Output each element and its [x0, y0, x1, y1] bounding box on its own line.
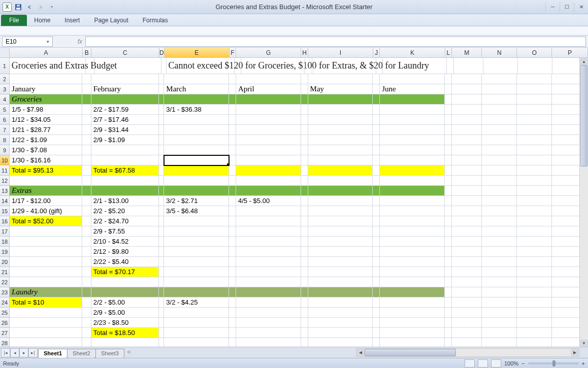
cell-A18[interactable] — [10, 237, 82, 247]
cell-M7[interactable] — [452, 125, 482, 135]
cell-G25[interactable] — [236, 308, 301, 318]
zoom-slider[interactable] — [528, 362, 579, 364]
cell-H3[interactable] — [301, 84, 308, 94]
qat-customize-icon[interactable]: ▾ — [47, 2, 57, 12]
cell-K23[interactable] — [380, 287, 445, 297]
cell-O14[interactable] — [517, 196, 552, 206]
cell-I27[interactable] — [308, 328, 373, 338]
cell-C26[interactable]: 2/23 - $8.50 — [91, 318, 159, 328]
cell-M2[interactable] — [452, 74, 482, 84]
cell-A8[interactable]: 1/22 - $1.09 — [10, 135, 82, 145]
cell-G6[interactable] — [236, 115, 301, 125]
cell-E15[interactable]: 3/5 - $6.48 — [164, 206, 229, 216]
row-header-17[interactable]: 17 — [0, 226, 10, 237]
cell-A27[interactable] — [10, 328, 82, 338]
cell-O25[interactable] — [517, 308, 552, 318]
cell-B28[interactable] — [82, 338, 91, 347]
cell-C3[interactable]: February — [91, 84, 159, 94]
cell-G19[interactable] — [236, 247, 301, 257]
cell-J13[interactable] — [373, 186, 380, 196]
row-header-3[interactable]: 3 — [0, 84, 10, 94]
cell-M1[interactable] — [454, 58, 484, 74]
tab-home[interactable]: Home — [27, 15, 57, 26]
cell-J24[interactable] — [373, 297, 380, 308]
cell-O4[interactable] — [517, 94, 552, 105]
cell-D16[interactable] — [159, 216, 164, 226]
cell-E16[interactable] — [164, 216, 229, 226]
cell-D14[interactable] — [159, 196, 164, 206]
horizontal-scrollbar[interactable]: ◀ ▶ — [356, 348, 579, 357]
view-pagebreak-icon[interactable] — [491, 359, 501, 367]
col-header-H[interactable]: H — [301, 48, 308, 57]
cell-N20[interactable] — [482, 257, 517, 267]
cell-G16[interactable] — [236, 216, 301, 226]
tab-page-layout[interactable]: Page Layout — [87, 15, 135, 26]
cell-B22[interactable] — [82, 277, 91, 287]
cell-B8[interactable] — [82, 135, 91, 145]
cell-L1[interactable] — [447, 58, 454, 74]
cell-D21[interactable] — [159, 267, 164, 277]
cell-K12[interactable] — [380, 176, 445, 186]
maximize-button[interactable]: ☐ — [560, 3, 574, 12]
cell-B13[interactable] — [82, 186, 91, 196]
row-header-15[interactable]: 15 — [0, 206, 10, 216]
cell-I1[interactable] — [312, 58, 376, 74]
cell-N18[interactable] — [482, 237, 517, 247]
cell-D17[interactable] — [159, 226, 164, 237]
sheet-tab-sheet3[interactable]: Sheet3 — [95, 349, 124, 358]
cell-B25[interactable] — [82, 308, 91, 318]
cell-I11[interactable] — [308, 165, 373, 176]
cell-J2[interactable] — [373, 74, 380, 84]
cell-H6[interactable] — [301, 115, 308, 125]
cell-D9[interactable] — [159, 145, 164, 155]
cell-F10[interactable] — [229, 155, 236, 165]
cell-F13[interactable] — [229, 186, 236, 196]
cell-G1[interactable] — [241, 58, 305, 74]
cell-G21[interactable] — [236, 267, 301, 277]
cell-H15[interactable] — [301, 206, 308, 216]
cell-N10[interactable] — [482, 155, 517, 165]
cell-I13[interactable] — [308, 186, 373, 196]
cell-N1[interactable] — [483, 58, 518, 74]
col-header-K[interactable]: K — [380, 48, 445, 57]
sheet-nav-prev-icon[interactable]: ◂ — [10, 348, 19, 357]
cell-B12[interactable] — [82, 176, 91, 186]
cell-M27[interactable] — [452, 328, 482, 338]
cell-O6[interactable] — [517, 115, 552, 125]
cell-G9[interactable] — [236, 145, 301, 155]
cell-C15[interactable]: 2/2 - $5.20 — [91, 206, 159, 216]
cell-E22[interactable] — [164, 277, 229, 287]
cell-F24[interactable] — [229, 297, 236, 308]
cell-A7[interactable]: 1/21 - $28.77 — [10, 125, 82, 135]
cell-E6[interactable] — [164, 115, 229, 125]
cell-B1[interactable] — [86, 58, 94, 74]
cell-M14[interactable] — [452, 196, 482, 206]
row-header-1[interactable]: 1 — [0, 58, 10, 74]
cell-F26[interactable] — [229, 318, 236, 328]
cell-A1[interactable]: Groceries and Extras Budget — [10, 58, 86, 74]
cell-J25[interactable] — [373, 308, 380, 318]
cell-D8[interactable] — [159, 135, 164, 145]
cell-E17[interactable] — [164, 226, 229, 237]
cell-N19[interactable] — [482, 247, 517, 257]
cell-D22[interactable] — [159, 277, 164, 287]
cell-L27[interactable] — [445, 328, 452, 338]
cell-I16[interactable] — [308, 216, 373, 226]
row-header-20[interactable]: 20 — [0, 257, 10, 267]
cell-M17[interactable] — [452, 226, 482, 237]
col-header-P[interactable]: P — [552, 48, 588, 57]
cell-H9[interactable] — [301, 145, 308, 155]
cell-G4[interactable] — [236, 94, 301, 105]
cell-L13[interactable] — [445, 186, 452, 196]
cell-K17[interactable] — [380, 226, 445, 237]
cell-C18[interactable]: 2/10 - $4.52 — [91, 237, 159, 247]
cell-N13[interactable] — [482, 186, 517, 196]
scroll-left-icon[interactable]: ◀ — [356, 349, 365, 356]
file-tab[interactable]: File — [1, 15, 27, 26]
row-header-8[interactable]: 8 — [0, 135, 10, 145]
scroll-right-icon[interactable]: ▶ — [571, 349, 579, 356]
cell-O27[interactable] — [517, 328, 552, 338]
cell-A12[interactable] — [10, 176, 82, 186]
cell-O18[interactable] — [517, 237, 552, 247]
cell-B9[interactable] — [82, 145, 91, 155]
